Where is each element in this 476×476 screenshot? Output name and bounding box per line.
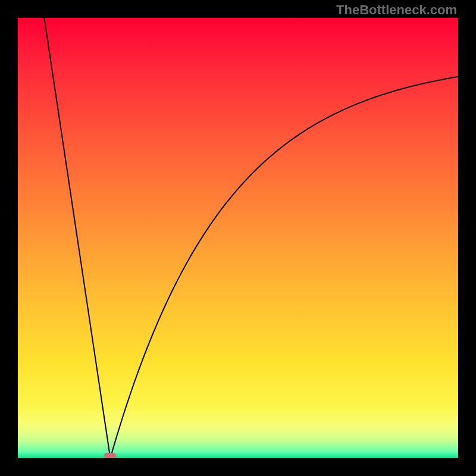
plot-area xyxy=(18,18,458,458)
background-gradient xyxy=(18,18,458,458)
source-watermark: TheBottleneck.com xyxy=(336,2,457,18)
svg-rect-0 xyxy=(18,18,458,458)
chart-frame: TheBottleneck.com xyxy=(0,0,476,476)
